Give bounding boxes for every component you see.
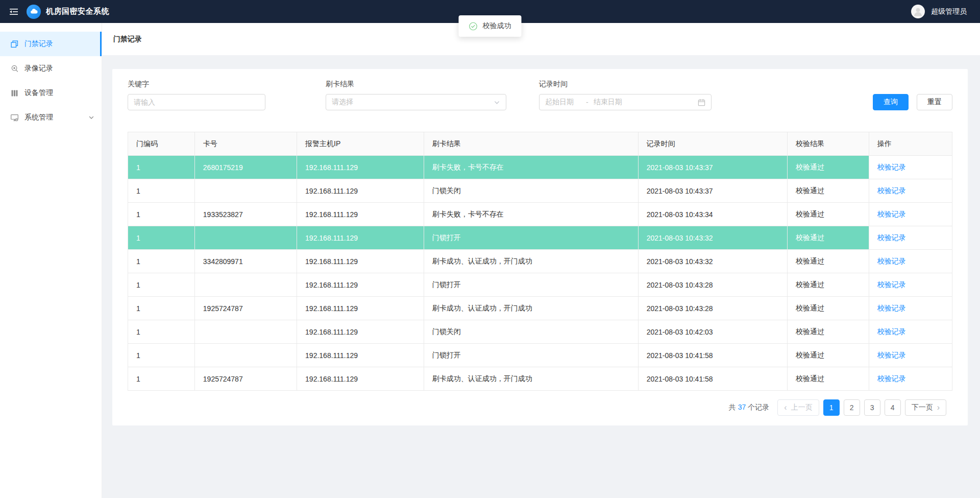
cell-card xyxy=(194,344,297,367)
cell-action: 校验记录 xyxy=(869,250,952,273)
cell-verify: 校验通过 xyxy=(787,297,869,320)
verify-record-link[interactable]: 校验记录 xyxy=(877,280,906,289)
cell-time: 2021-08-03 10:43:37 xyxy=(638,156,787,179)
cell-time: 2021-08-03 10:42:03 xyxy=(638,320,787,344)
calendar-icon xyxy=(698,99,705,106)
chevron-down-icon xyxy=(494,99,500,106)
cell-card xyxy=(194,179,297,203)
cell-card xyxy=(194,320,297,344)
start-date-placeholder: 起始日期 xyxy=(545,98,574,107)
menu-fold-icon[interactable] xyxy=(9,7,18,16)
page-number-1[interactable]: 1 xyxy=(823,399,840,416)
server-rack-icon xyxy=(10,89,19,98)
cell-action: 校验记录 xyxy=(869,273,952,297)
column-header: 校验结果 xyxy=(787,132,869,156)
verify-record-link[interactable]: 校验记录 xyxy=(877,163,906,171)
success-check-icon xyxy=(469,22,478,31)
records-table: 门编码卡号报警主机IP刷卡结果记录时间校验结果操作 12680175219192… xyxy=(128,132,952,391)
verify-record-link[interactable]: 校验记录 xyxy=(877,351,906,359)
cell-card: 1925724787 xyxy=(194,297,297,320)
cell-ip: 192.168.111.129 xyxy=(297,273,424,297)
avatar[interactable] xyxy=(911,5,925,18)
table-row: 11925724787192.168.111.129刷卡成功、认证成功，开门成功… xyxy=(128,367,952,391)
toast-text: 校验成功 xyxy=(483,21,511,31)
cell-time: 2021-08-03 10:43:32 xyxy=(638,250,787,273)
cell-time: 2021-08-03 10:43:37 xyxy=(638,179,787,203)
record-time-label: 记录时间 xyxy=(539,80,712,89)
cell-action: 校验记录 xyxy=(869,344,952,367)
sidebar-item-label: 录像记录 xyxy=(24,64,53,73)
app-title: 机房国密安全系统 xyxy=(46,7,109,16)
total-count: 37 xyxy=(736,403,748,411)
monitor-gear-icon xyxy=(10,113,19,122)
table-row: 11925724787192.168.111.129刷卡成功、认证成功，开门成功… xyxy=(128,297,952,320)
sidebar-item-label: 系统管理 xyxy=(24,113,53,122)
filter-bar: 关键字 刷卡结果 请选择 记录时间 xyxy=(128,80,952,110)
cell-card xyxy=(194,226,297,250)
cell-result: 刷卡成功、认证成功，开门成功 xyxy=(424,367,638,391)
cell-result: 刷卡失败，卡号不存在 xyxy=(424,156,638,179)
cell-ip: 192.168.111.129 xyxy=(297,226,424,250)
cell-time: 2021-08-03 10:41:58 xyxy=(638,367,787,391)
keyword-input[interactable] xyxy=(134,98,259,106)
sidebar-item-video-records[interactable]: 录像记录 xyxy=(0,56,102,81)
camera-icon xyxy=(10,64,19,73)
breadcrumb: 门禁记录 xyxy=(102,23,980,55)
cell-door: 1 xyxy=(128,273,195,297)
column-header: 报警主机IP xyxy=(297,132,424,156)
chevron-down-icon xyxy=(88,114,94,121)
cell-result: 门锁打开 xyxy=(424,273,638,297)
select-placeholder: 请选择 xyxy=(332,98,353,107)
verify-record-link[interactable]: 校验记录 xyxy=(877,210,906,218)
cell-time: 2021-08-03 10:43:34 xyxy=(638,203,787,226)
column-header: 记录时间 xyxy=(638,132,787,156)
chevron-left-icon: ‹ xyxy=(784,404,787,412)
page-number-2[interactable]: 2 xyxy=(844,399,860,416)
cell-door: 1 xyxy=(128,250,195,273)
sidebar-item-system-management[interactable]: 系统管理 xyxy=(0,105,102,130)
verify-record-link[interactable]: 校验记录 xyxy=(877,327,906,336)
cell-ip: 192.168.111.129 xyxy=(297,367,424,391)
cell-card: 3342809971 xyxy=(194,250,297,273)
date-range-picker[interactable]: 起始日期 - 结束日期 xyxy=(539,94,712,110)
toast-message: 校验成功 xyxy=(459,15,522,37)
table-row: 1192.168.111.129门锁打开2021-08-03 10:41:58校… xyxy=(128,344,952,367)
sidebar-item-device-management[interactable]: 设备管理 xyxy=(0,81,102,105)
cell-door: 1 xyxy=(128,297,195,320)
reset-button[interactable]: 重置 xyxy=(917,94,952,110)
table-row: 11933523827192.168.111.129刷卡失败，卡号不存在2021… xyxy=(128,203,952,226)
cell-result: 刷卡失败，卡号不存在 xyxy=(424,203,638,226)
cell-card xyxy=(194,273,297,297)
page-number-3[interactable]: 3 xyxy=(864,399,880,416)
table-header-row: 门编码卡号报警主机IP刷卡结果记录时间校验结果操作 xyxy=(128,132,952,156)
sidebar-item-access-records[interactable]: 门禁记录 xyxy=(0,32,102,56)
pagination: 共37个记录 ‹ 上一页 1234 下一页 › xyxy=(128,399,952,416)
cell-action: 校验记录 xyxy=(869,320,952,344)
chevron-right-icon: › xyxy=(937,404,940,412)
search-button[interactable]: 查询 xyxy=(873,94,909,110)
verify-record-link[interactable]: 校验记录 xyxy=(877,374,906,383)
cell-ip: 192.168.111.129 xyxy=(297,203,424,226)
cell-action: 校验记录 xyxy=(869,156,952,179)
page-numbers: 1234 xyxy=(823,399,901,416)
end-date-placeholder: 结束日期 xyxy=(594,98,622,107)
cell-verify: 校验通过 xyxy=(787,273,869,297)
cell-verify: 校验通过 xyxy=(787,250,869,273)
verify-record-link[interactable]: 校验记录 xyxy=(877,186,906,195)
verify-record-link[interactable]: 校验记录 xyxy=(877,304,906,312)
page-number-4[interactable]: 4 xyxy=(885,399,901,416)
cell-door: 1 xyxy=(128,226,195,250)
swipe-result-select[interactable]: 请选择 xyxy=(326,94,506,110)
table-row: 1192.168.111.129门锁打开2021-08-03 10:43:28校… xyxy=(128,273,952,297)
total-records: 共37个记录 xyxy=(729,403,770,412)
next-page-button[interactable]: 下一页 › xyxy=(905,399,946,416)
cell-ip: 192.168.111.129 xyxy=(297,250,424,273)
prev-page-button[interactable]: ‹ 上一页 xyxy=(777,399,819,416)
page-title: 门禁记录 xyxy=(113,35,142,44)
cell-door: 1 xyxy=(128,367,195,391)
table-row: 13342809971192.168.111.129刷卡成功、认证成功，开门成功… xyxy=(128,250,952,273)
keyword-input-wrapper xyxy=(128,94,265,110)
verify-record-link[interactable]: 校验记录 xyxy=(877,257,906,265)
cell-action: 校验记录 xyxy=(869,179,952,203)
verify-record-link[interactable]: 校验记录 xyxy=(877,233,906,242)
